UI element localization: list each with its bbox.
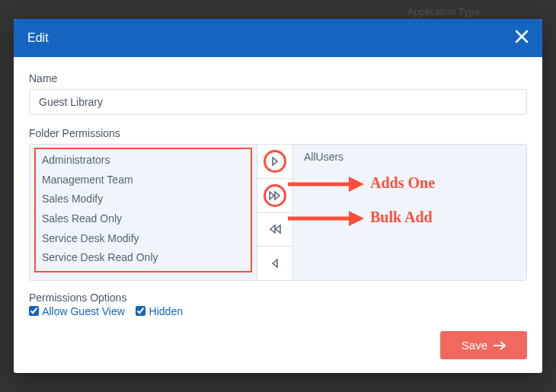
save-button[interactable]: Save [440,331,527,359]
hidden-checkbox[interactable] [136,306,145,316]
remove-all-button[interactable] [257,213,292,247]
hidden-label[interactable]: Hidden [136,305,183,317]
remove-one-button[interactable] [257,247,292,280]
save-button-label: Save [462,339,487,352]
available-list-highlight: Administrators Management Team Sales Mod… [34,148,252,272]
folder-permissions-transfer: Administrators Management Team Sales Mod… [29,144,527,281]
arrow-right-icon [494,341,506,350]
transfer-buttons [257,145,293,280]
list-item[interactable]: AllUsers [301,148,519,167]
edit-modal: Edit Name Folder Permissions Administrat… [14,19,542,373]
folder-permissions-label: Folder Permissions [29,127,527,139]
allow-guest-view-checkbox[interactable] [29,306,39,316]
add-all-button[interactable] [257,179,292,213]
modal-body: Name Folder Permissions Administrators M… [14,57,542,373]
list-item[interactable]: Sales Read Only [39,209,248,229]
chevron-right-icon [270,156,280,167]
close-icon[interactable] [515,30,529,46]
hidden-text: Hidden [149,305,183,317]
name-label: Name [29,72,527,84]
add-one-button[interactable] [257,145,292,179]
list-item[interactable]: Service Desk Modify [39,229,248,249]
modal-footer: Save [29,331,527,359]
double-chevron-right-icon [268,190,282,201]
list-item[interactable]: Sales Modify [39,190,248,209]
background-label: Application Type [407,6,480,18]
allow-guest-view-text: Allow Guest View [42,305,125,317]
available-list[interactable]: Administrators Management Team Sales Mod… [30,145,257,280]
list-item[interactable]: Management Team [39,171,248,190]
chevron-left-icon [270,258,280,269]
name-input[interactable] [29,89,527,115]
list-item[interactable]: Service Desk Read Only [39,248,248,268]
modal-title: Edit [27,31,49,45]
list-item[interactable]: Administrators [39,151,248,171]
allow-guest-view-label[interactable]: Allow Guest View [29,305,128,317]
double-chevron-left-icon [268,224,282,234]
permissions-options-label: Permissions Options [29,292,527,304]
permissions-options: Permissions Options Allow Guest View Hid… [29,292,527,317]
modal-header: Edit [14,19,542,57]
selected-list[interactable]: AllUsers [293,145,526,280]
